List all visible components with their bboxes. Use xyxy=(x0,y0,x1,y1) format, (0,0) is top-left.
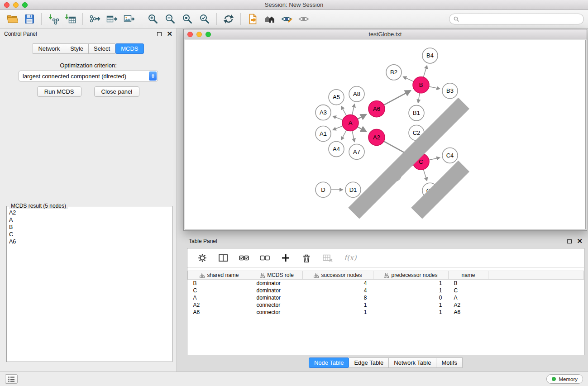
table-cell[interactable]: 1 xyxy=(303,301,373,309)
table-cell[interactable]: 8 xyxy=(303,294,373,301)
column-header-shared-name[interactable]: shared name xyxy=(188,271,251,280)
criterion-dropdown[interactable]: largest connected component (directed) xyxy=(19,71,158,81)
zoom-network-window-button[interactable] xyxy=(206,32,211,37)
table-cell[interactable]: 0 xyxy=(373,294,449,301)
table-cell[interactable]: A6 xyxy=(449,309,488,316)
column-header-mcds-role[interactable]: MCDS role xyxy=(251,271,303,280)
table-row[interactable]: Adominator80A xyxy=(188,294,584,301)
close-network-window-button[interactable] xyxy=(187,32,193,37)
zoom-fit-button[interactable] xyxy=(179,11,196,27)
tab-select[interactable]: Select xyxy=(89,43,115,54)
tab-motifs[interactable]: Motifs xyxy=(436,357,463,368)
table-cell[interactable]: A6 xyxy=(188,309,251,316)
tab-network[interactable]: Network xyxy=(33,43,65,54)
table-cell[interactable]: 1 xyxy=(373,309,449,316)
titlebar: Session: New Session xyxy=(0,0,588,10)
export-image-button[interactable] xyxy=(120,11,138,27)
float-table-panel-icon[interactable] xyxy=(567,239,572,243)
run-mcds-button[interactable]: Run MCDS xyxy=(37,86,81,97)
trash-icon[interactable] xyxy=(301,253,311,263)
table-cell[interactable]: 4 xyxy=(303,287,373,294)
table-cell[interactable]: A2 xyxy=(188,301,251,309)
table-cell[interactable]: A xyxy=(188,294,251,301)
float-panel-icon[interactable] xyxy=(157,32,162,36)
task-history-button[interactable] xyxy=(5,374,18,384)
import-network-button[interactable] xyxy=(45,11,62,27)
table-cell[interactable]: connector xyxy=(251,301,303,309)
table-cell[interactable]: 4 xyxy=(303,280,373,287)
minimize-window-button[interactable] xyxy=(13,2,19,8)
zoom-out-button[interactable] xyxy=(162,11,179,27)
table-cell[interactable]: 1 xyxy=(373,287,449,294)
table-row[interactable]: A6connector11A6 xyxy=(188,309,584,316)
toggle-view-button[interactable] xyxy=(296,11,313,27)
network-window-controls xyxy=(187,32,211,37)
open-session-button[interactable] xyxy=(4,11,21,27)
table-cell[interactable]: 1 xyxy=(303,309,373,316)
zoom-selected-button[interactable] xyxy=(196,11,213,27)
export-table-button[interactable] xyxy=(103,11,120,27)
tab-edge-table[interactable]: Edge Table xyxy=(349,357,389,368)
table-cell[interactable]: 1 xyxy=(373,301,449,309)
select-all-icon[interactable] xyxy=(239,253,249,263)
mcds-result-item[interactable]: C xyxy=(9,231,170,238)
zoom-window-button[interactable] xyxy=(22,2,28,8)
export-network-button[interactable] xyxy=(86,11,103,27)
table-cell[interactable]: A2 xyxy=(449,301,488,309)
mcds-result-item[interactable]: A6 xyxy=(9,238,170,245)
mcds-result-item[interactable]: B xyxy=(9,224,170,231)
columns-icon[interactable] xyxy=(218,253,228,263)
table-cell[interactable]: C xyxy=(188,287,251,294)
save-session-button[interactable] xyxy=(21,11,38,27)
import-table-button[interactable] xyxy=(62,11,79,27)
mcds-result-item[interactable]: A2 xyxy=(9,209,170,216)
search-input[interactable] xyxy=(462,16,579,23)
table-row[interactable]: A2connector11A2 xyxy=(188,301,584,309)
search-field[interactable] xyxy=(449,14,584,24)
tab-style[interactable]: Style xyxy=(65,43,89,54)
table-row[interactable]: Bdominator41B xyxy=(188,280,584,287)
table-cell[interactable]: dominator xyxy=(251,287,303,294)
close-panel-button[interactable]: Close panel xyxy=(94,86,140,97)
application-window: Session: New Session xyxy=(0,0,588,386)
deselect-all-icon[interactable] xyxy=(260,253,270,263)
gear-icon[interactable] xyxy=(197,253,207,263)
close-window-button[interactable] xyxy=(4,2,10,8)
delete-column-icon[interactable] xyxy=(322,253,333,263)
table-cell[interactable]: A xyxy=(449,294,488,301)
column-header-name[interactable]: name xyxy=(449,271,488,280)
import-network-icon xyxy=(48,13,59,25)
column-label: shared name xyxy=(207,272,239,278)
add-icon[interactable] xyxy=(281,253,291,263)
minimize-network-window-button[interactable] xyxy=(196,32,202,37)
table-panel-title: Table Panel xyxy=(189,238,567,244)
table-cell[interactable]: dominator xyxy=(251,294,303,301)
mcds-result-item[interactable]: A xyxy=(9,216,170,224)
apply-layout-button[interactable] xyxy=(220,11,237,27)
table-cell[interactable]: dominator xyxy=(251,280,303,287)
table-cell[interactable]: C xyxy=(449,287,488,294)
network-canvas[interactable]: B4B2BB3A5A8A6A3B1AC2A1A2A4A7C4CC1DD1C3 xyxy=(185,40,586,229)
tab-node-table[interactable]: Node Table xyxy=(309,357,349,368)
resize-handle[interactable] xyxy=(185,40,585,229)
zoom-in-button[interactable] xyxy=(144,11,162,27)
network-overview-button[interactable] xyxy=(261,11,278,27)
column-header-successor-nodes[interactable]: successor nodes xyxy=(303,271,373,280)
tab-network-table[interactable]: Network Table xyxy=(389,357,436,368)
table-cell[interactable]: connector xyxy=(251,309,303,316)
zoom-in-icon xyxy=(147,13,159,25)
column-header-predecessor-nodes[interactable]: predecessor nodes xyxy=(373,271,449,280)
close-panel-icon[interactable]: ✕ xyxy=(167,32,172,36)
show-hide-graphics-button[interactable] xyxy=(278,11,296,27)
table-cell[interactable]: 1 xyxy=(373,280,449,287)
memory-button[interactable]: Memory xyxy=(546,374,583,384)
table-cell[interactable]: B xyxy=(188,280,251,287)
function-builder-button[interactable]: f(x) xyxy=(344,253,356,262)
tab-mcds[interactable]: MCDS xyxy=(115,43,143,54)
toolbar-separator xyxy=(82,13,83,25)
dropdown-stepper-icon xyxy=(149,71,157,81)
table-cell[interactable]: B xyxy=(449,280,488,287)
open-document-button[interactable] xyxy=(244,11,261,27)
close-table-panel-icon[interactable]: ✕ xyxy=(577,239,583,243)
table-row[interactable]: Cdominator41C xyxy=(188,287,584,294)
